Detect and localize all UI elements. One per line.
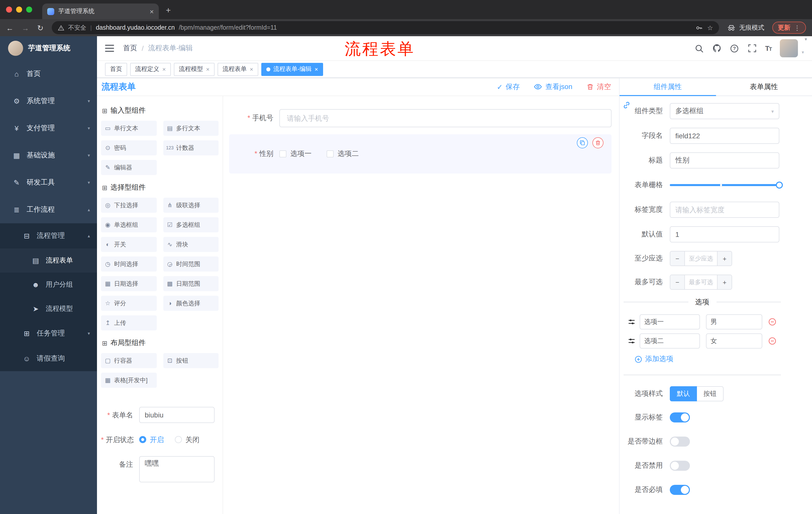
browser-tab[interactable]: 芋道管理系统 × xyxy=(42,3,159,19)
view-json-button[interactable]: 查看json xyxy=(534,82,572,91)
option-value-input[interactable] xyxy=(706,333,762,349)
link-icon[interactable] xyxy=(621,100,632,110)
style-default-button[interactable]: 默认 xyxy=(670,386,697,401)
tag-process-form[interactable]: 流程表单× xyxy=(218,63,258,76)
tab-form-props[interactable]: 表单属性 xyxy=(716,78,812,96)
radio-on[interactable]: 开启 xyxy=(139,432,164,448)
grid-slider[interactable] xyxy=(670,177,779,193)
component-table[interactable]: ▦表格[开发中] xyxy=(101,373,156,388)
help-icon[interactable]: ? xyxy=(730,44,739,53)
title-input[interactable] xyxy=(670,153,779,168)
sidebar-item-user-group[interactable]: ☻ 用户分组 xyxy=(0,273,97,297)
minimize-window-button[interactable] xyxy=(16,6,22,12)
sidebar-item-devtools[interactable]: ✎ 研发工具 ▾ xyxy=(0,169,97,196)
new-tab-button[interactable]: + xyxy=(166,5,171,16)
component-time-range[interactable]: ◶时间范围 xyxy=(163,256,219,272)
gender-option-2[interactable]: 选项二 xyxy=(327,150,359,158)
label-width-input[interactable] xyxy=(670,202,779,218)
component-radio-group[interactable]: ◉单选框组 xyxy=(101,217,156,232)
close-window-button[interactable] xyxy=(6,6,12,12)
form-remark-textarea[interactable]: 嘿嘿 xyxy=(139,456,214,482)
show-label-toggle[interactable] xyxy=(670,412,690,423)
component-date-range[interactable]: ▩日期范围 xyxy=(163,276,219,291)
component-button[interactable]: ⊡按钮 xyxy=(163,353,219,368)
component-time-picker[interactable]: ◷时间选择 xyxy=(101,256,156,272)
border-toggle[interactable] xyxy=(670,437,690,447)
hamburger-icon[interactable] xyxy=(105,45,114,52)
phone-field-row[interactable]: 手机号 xyxy=(229,109,611,127)
font-size-icon[interactable]: TT xyxy=(765,44,772,52)
avatar[interactable] xyxy=(780,39,798,57)
drag-handle-icon[interactable] xyxy=(628,337,636,345)
github-icon[interactable] xyxy=(713,44,722,53)
address-bar[interactable]: 不安全 | dashboard.yudao.iocoder.cn /bpm/ma… xyxy=(52,21,719,34)
field-name-input[interactable] xyxy=(670,128,779,144)
chevron-down-icon[interactable]: ▾ xyxy=(802,50,804,55)
sidebar-item-home[interactable]: ⌂ 首页 xyxy=(0,60,97,87)
close-icon[interactable]: × xyxy=(162,66,166,72)
increase-button[interactable]: + xyxy=(718,251,732,266)
option-label-input[interactable] xyxy=(640,314,700,329)
component-date-picker[interactable]: ▦日期选择 xyxy=(101,276,156,291)
option-label-input[interactable] xyxy=(640,333,700,349)
default-value-input[interactable] xyxy=(670,226,779,242)
search-icon[interactable] xyxy=(695,44,704,53)
phone-input[interactable] xyxy=(279,109,611,127)
gender-option-1[interactable]: 选项一 xyxy=(279,150,312,158)
sidebar-item-process-mgmt[interactable]: ⊟ 流程管理 ▴ xyxy=(0,223,97,248)
sidebar-item-infrastructure[interactable]: ▦ 基础设施 ▾ xyxy=(0,142,97,169)
component-checkbox-group[interactable]: ☑多选框组 xyxy=(163,217,219,232)
copy-field-button[interactable] xyxy=(577,137,588,148)
forward-icon[interactable]: → xyxy=(22,24,29,31)
component-switch[interactable]: ◐开关 xyxy=(101,237,156,252)
tag-process-definition[interactable]: 流程定义× xyxy=(130,63,171,76)
drag-handle-icon[interactable] xyxy=(628,318,636,326)
decrease-button[interactable]: − xyxy=(670,251,685,266)
component-row-container[interactable]: ▢行容器 xyxy=(101,353,156,368)
sidebar-item-task-mgmt[interactable]: ⊞ 任务管理 ▾ xyxy=(0,321,97,346)
max-select-value[interactable]: 最多可选 xyxy=(685,275,718,289)
maximize-window-button[interactable] xyxy=(26,6,32,12)
disabled-toggle[interactable] xyxy=(670,461,690,471)
remove-option-button[interactable] xyxy=(768,337,776,345)
component-single-line-text[interactable]: ▭单行文本 xyxy=(101,121,156,136)
component-counter[interactable]: 123计数器 xyxy=(163,140,219,155)
component-color-picker[interactable]: ◑颜色选择 xyxy=(163,296,219,311)
increase-button[interactable]: + xyxy=(718,275,732,289)
browser-menu-icon[interactable]: ⋮ xyxy=(794,24,801,31)
sidebar-item-leave-query[interactable]: ☺ 请假查询 xyxy=(0,346,97,371)
radio-off[interactable]: 关闭 xyxy=(175,432,200,448)
component-type-select[interactable]: 多选框组 ▾ xyxy=(670,103,779,119)
close-icon[interactable]: × xyxy=(206,66,209,72)
style-button-button[interactable]: 按钮 xyxy=(697,386,724,401)
sidebar-item-process-model[interactable]: ➤ 流程模型 xyxy=(0,297,97,321)
min-select-value[interactable]: 至少应选 xyxy=(685,251,718,266)
required-toggle[interactable] xyxy=(670,485,690,495)
clear-button[interactable]: 清空 xyxy=(586,82,611,91)
component-upload[interactable]: ↥上传 xyxy=(101,315,156,330)
breadcrumb-home[interactable]: 首页 xyxy=(123,44,137,53)
component-password[interactable]: ⊙密码 xyxy=(101,140,156,155)
remove-option-button[interactable] xyxy=(768,318,776,326)
component-editor[interactable]: ✎编辑器 xyxy=(101,160,156,175)
tag-process-model[interactable]: 流程模型× xyxy=(174,63,214,76)
decrease-button[interactable]: − xyxy=(670,275,685,289)
sidebar-item-workflow[interactable]: ≣ 工作流程 ▴ xyxy=(0,196,97,223)
sidebar-item-payment[interactable]: ¥ 支付管理 ▾ xyxy=(0,115,97,142)
tab-close-icon[interactable]: × xyxy=(150,8,154,15)
gender-field-selected[interactable]: 性别 选项一 选项二 xyxy=(229,134,611,173)
password-key-icon[interactable] xyxy=(696,24,703,31)
add-option-button[interactable]: 添加选项 xyxy=(619,355,812,363)
back-icon[interactable]: ← xyxy=(6,24,13,31)
reload-icon[interactable]: ↻ xyxy=(37,24,44,31)
browser-update-button[interactable]: 更新 ⋮ xyxy=(772,22,806,34)
fullscreen-icon[interactable] xyxy=(748,44,757,53)
form-name-input[interactable] xyxy=(139,407,214,423)
checkbox-icon[interactable] xyxy=(327,151,334,157)
tag-home[interactable]: 首页 xyxy=(105,63,127,76)
component-select[interactable]: ◎下拉选择 xyxy=(101,198,156,213)
save-button[interactable]: ✓保存 xyxy=(497,82,520,91)
checkbox-icon[interactable] xyxy=(279,151,286,157)
option-value-input[interactable] xyxy=(706,314,762,329)
slider-handle[interactable] xyxy=(776,182,783,189)
